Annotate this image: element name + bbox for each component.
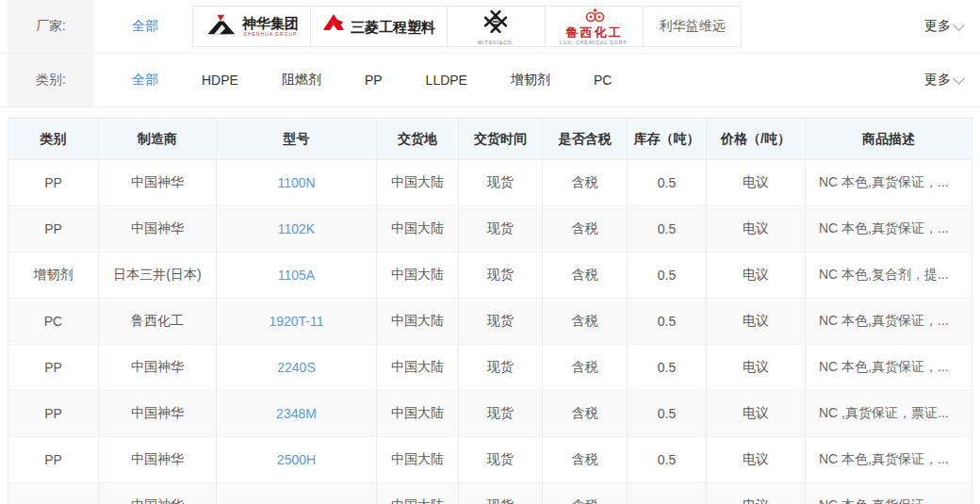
cell-tax: 含税	[543, 299, 628, 344]
cell-manufacturer: 日本三井(日本)	[99, 252, 217, 298]
table-row: PP中国神华2240S中国大陆现货含税0.5电议NC 本色,真货保证，...	[8, 345, 972, 391]
category-filter-options: 全部HDPE阻燃剂PPLLDPE增韧剂PC 更多	[94, 54, 980, 106]
column-header: 制造商	[99, 119, 217, 159]
cell-delivery-time: 现货	[459, 345, 543, 390]
brand-mitsui-caption: MITSUI&CO.	[478, 41, 514, 45]
category-option[interactable]: LLDPE	[426, 73, 467, 88]
cell-category: PP	[8, 206, 99, 252]
category-more-button[interactable]: 更多	[924, 72, 963, 89]
table-row: PP中国神华1100N中国大陆现货含税0.5电议NC 本色,真货保证，...	[8, 160, 972, 206]
cell-manufacturer: 中国神华	[99, 160, 217, 205]
model-link[interactable]: 1920T-11	[269, 314, 323, 329]
column-header: 交货时间	[459, 119, 543, 159]
cell-delivery-time: 现货	[459, 160, 543, 205]
cell-delivery-time: 现货	[459, 299, 543, 344]
table-body: PP中国神华1100N中国大陆现货含税0.5电议NC 本色,真货保证，...PP…	[8, 160, 972, 504]
cell-stock: 0.5	[628, 391, 707, 436]
model-link[interactable]: 1100N	[277, 175, 315, 190]
model-link[interactable]: 1102K	[278, 221, 315, 236]
cell-description: NC 本色,真货保证，...	[806, 437, 972, 482]
cell-delivery-place: 中国大陆	[377, 483, 459, 504]
cell-tax: 含税	[543, 483, 628, 504]
category-filter-label: 类别:	[8, 54, 94, 106]
category-option[interactable]: PC	[594, 73, 612, 88]
cell-tax: 含税	[543, 206, 628, 252]
cell-delivery-place: 中国大陆	[377, 437, 459, 482]
table-row: PP中国神华1102K中国大陆现货含税0.5电议NC 本色,真货保证，...	[8, 206, 972, 252]
products-table: 类别制造商型号交货地交货时间是否含税库存（吨）价格（/吨）商品描述 PP中国神华…	[8, 118, 972, 504]
cell-category: PP	[8, 437, 99, 482]
cell-stock: 0.5	[628, 299, 707, 344]
model-link[interactable]: 2500H	[277, 452, 316, 467]
manufacturer-filter-all[interactable]: 全部	[132, 18, 158, 35]
model-link[interactable]: 2348M	[276, 406, 317, 421]
category-option[interactable]: PP	[365, 73, 383, 88]
cell-description: NC 本色,真货保证，...	[806, 160, 972, 205]
category-option[interactable]: 阻燃剂	[282, 72, 321, 89]
cell-delivery-time: 现货	[459, 483, 543, 504]
brand-shenhua-label: 神华集团	[242, 16, 299, 30]
cell-tax: 含税	[543, 345, 628, 390]
cell-delivery-place: 中国大陆	[377, 252, 459, 298]
category-option[interactable]: 全部	[132, 72, 158, 89]
mitsui-logo-icon	[482, 8, 510, 39]
cell-model: 1920T-11	[217, 299, 377, 344]
manufacturer-filter-options: 全部 神华集团 SHENHUA GROUP	[94, 0, 980, 53]
table-row: PP中国神华2348M中国大陆现货含税0.5电议NC ,真货保证，票证...	[8, 391, 972, 437]
cell-price: 电议	[707, 345, 806, 390]
cell-description: NC ,真货保证，票证...	[806, 391, 972, 436]
mitsubishi-logo-icon	[322, 13, 345, 40]
cell-manufacturer: 中国神华	[99, 391, 217, 436]
brand-lihuayiweiyuan-button[interactable]: 利华益维远	[644, 6, 742, 47]
cell-stock: 0.5	[628, 437, 707, 482]
cell-category: PP	[8, 345, 99, 390]
category-option[interactable]: 增韧剂	[511, 72, 550, 89]
brand-mitsubishi-button[interactable]: 三菱工程塑料	[311, 6, 448, 47]
cell-model: 2348M	[217, 391, 377, 436]
chevron-down-icon	[953, 19, 965, 31]
column-header: 商品描述	[806, 119, 972, 159]
cell-delivery-time: 现货	[459, 391, 543, 436]
category-option[interactable]: HDPE	[202, 73, 238, 88]
cell-price: 电议	[707, 391, 806, 436]
cell-delivery-place: 中国大陆	[377, 345, 459, 390]
model-link[interactable]: 2240S	[277, 360, 315, 375]
cell-delivery-time: 现货	[459, 206, 543, 252]
table-row: 增韧剂日本三井(日本)1105A中国大陆现货含税0.5电议NC 本色,复合剂，提…	[8, 252, 972, 299]
cell-stock: 0.5	[628, 252, 707, 298]
table-row: PP中国神华2500H中国大陆现货含税0.5电议NC 本色,真货保证，...	[8, 437, 972, 483]
cell-category: 增韧剂	[8, 252, 99, 298]
manufacturer-filter-row: 厂家: 全部 神华集团 SHENHUA GROUP	[0, 0, 980, 54]
manufacturer-filter-label: 厂家:	[8, 0, 94, 53]
filter-panel: 厂家: 全部 神华集团 SHENHUA GROUP	[0, 0, 980, 107]
cell-manufacturer: 鲁西化工	[99, 299, 217, 344]
cell-tax: 含税	[543, 437, 628, 482]
cell-category: PP	[8, 160, 99, 205]
cell-tax: 含税	[543, 391, 628, 436]
brand-luxi-caption: LUXI CHEMICAL CORP.	[560, 41, 629, 45]
cell-price: 电议	[707, 252, 806, 298]
column-header: 价格（/吨）	[707, 119, 806, 159]
cell-description: NC 本色,真货保证，...	[806, 206, 972, 252]
brand-luxi-button[interactable]: 鲁西化工 LUXI CHEMICAL CORP.	[546, 6, 644, 47]
cell-delivery-place: 中国大陆	[377, 299, 459, 344]
table-row: PC鲁西化工1920T-11中国大陆现货含税0.5电议NC 本色,真货保证，..…	[8, 299, 972, 345]
column-header: 是否含税	[543, 119, 628, 159]
model-link[interactable]: 1105A	[278, 268, 315, 283]
brand-mitsui-button[interactable]: MITSUI&CO.	[448, 6, 546, 47]
table-row: 中国神华中国大陆现货含税电议NC 本色,真货保证，...	[8, 483, 972, 504]
cell-delivery-place: 中国大陆	[377, 206, 459, 252]
cell-model: 1105A	[217, 252, 377, 298]
column-header: 型号	[217, 119, 377, 159]
cell-manufacturer: 中国神华	[99, 206, 217, 252]
luxi-logo-icon	[580, 8, 609, 26]
chevron-down-icon	[953, 73, 965, 85]
cell-price: 电议	[707, 160, 806, 205]
cell-model: 1100N	[217, 160, 377, 205]
manufacturer-more-button[interactable]: 更多	[924, 18, 963, 35]
cell-manufacturer: 中国神华	[99, 483, 217, 504]
brand-shenhua-button[interactable]: 神华集团 SHENHUA GROUP	[192, 6, 311, 47]
cell-description: NC 本色,真货保证，...	[806, 483, 972, 504]
cell-manufacturer: 中国神华	[99, 345, 217, 390]
cell-model: 2500H	[217, 437, 377, 482]
